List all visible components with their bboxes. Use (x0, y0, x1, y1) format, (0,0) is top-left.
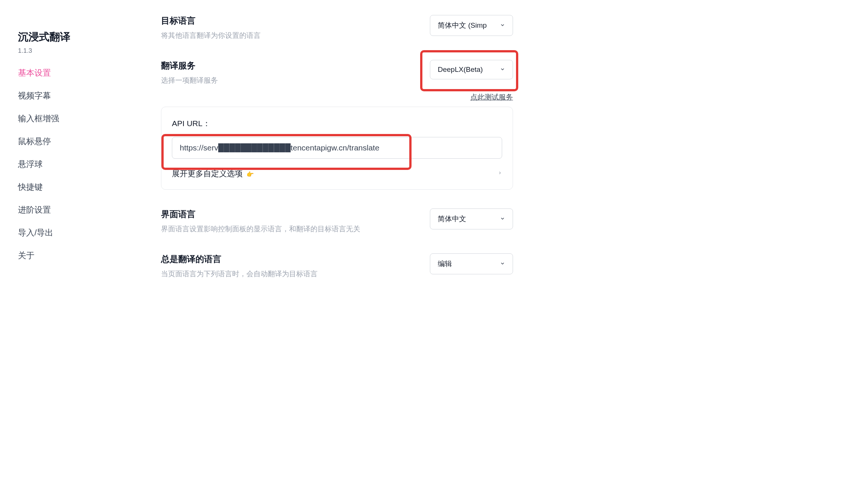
always-translate-select[interactable]: 编辑 (430, 253, 513, 274)
target-language-title: 目标语言 (161, 15, 421, 27)
service-config-card: API URL： 展开更多自定义选项 👉 (161, 107, 513, 190)
section-translation-service: 翻译服务 选择一项翻译服务 DeepLX(Beta) 点此测试服务 API UR… (161, 60, 513, 190)
app-version: 1.1.3 (18, 47, 139, 55)
chevron-right-icon (498, 170, 502, 178)
target-language-desc: 将其他语言翻译为你设置的语言 (161, 30, 421, 41)
always-translate-desc: 当页面语言为下列语言时，会自动翻译为目标语言 (161, 269, 421, 280)
sidebar-item-video-subtitles[interactable]: 视频字幕 (18, 90, 139, 101)
always-translate-title: 总是翻译的语言 (161, 253, 421, 265)
app-root: 沉浸式翻译 1.1.3 基本设置 视频字幕 输入框增强 鼠标悬停 悬浮球 快捷键… (0, 0, 868, 503)
api-url-label: API URL： (172, 118, 502, 129)
ui-language-title: 界面语言 (161, 208, 421, 220)
target-language-value: 简体中文 (Simp (438, 21, 487, 30)
pointing-right-icon: 👉 (246, 171, 254, 177)
sidebar-item-basic-settings[interactable]: 基本设置 (18, 67, 139, 79)
sidebar-item-about[interactable]: 关于 (18, 250, 139, 261)
sidebar-item-advanced[interactable]: 进阶设置 (18, 204, 139, 216)
service-title: 翻译服务 (161, 60, 421, 71)
section-target-language: 目标语言 将其他语言翻译为你设置的语言 简体中文 (Simp (161, 15, 513, 41)
sidebar-item-import-export[interactable]: 导入/导出 (18, 227, 139, 238)
test-service-link[interactable]: 点此测试服务 (470, 93, 513, 101)
sidebar-nav: 基本设置 视频字幕 输入框增强 鼠标悬停 悬浮球 快捷键 进阶设置 导入/导出 … (18, 67, 139, 261)
api-url-input[interactable] (172, 137, 502, 159)
ui-language-value: 简体中文 (438, 214, 466, 224)
target-language-select[interactable]: 简体中文 (Simp (430, 15, 513, 36)
sidebar-item-input-enhance[interactable]: 输入框增强 (18, 113, 139, 124)
service-value: DeepLX(Beta) (438, 65, 483, 74)
sidebar-item-hotkeys[interactable]: 快捷键 (18, 182, 139, 193)
app-title: 沉浸式翻译 (18, 30, 139, 44)
sidebar-item-mouse-hover[interactable]: 鼠标悬停 (18, 136, 139, 147)
sidebar: 沉浸式翻译 1.1.3 基本设置 视频字幕 输入框增强 鼠标悬停 悬浮球 快捷键… (0, 15, 139, 503)
chevron-down-icon (500, 260, 505, 268)
ui-language-desc: 界面语言设置影响控制面板的显示语言，和翻译的目标语言无关 (161, 224, 421, 235)
chevron-down-icon (500, 21, 505, 30)
always-translate-value: 编辑 (438, 259, 452, 269)
chevron-down-icon (500, 215, 505, 223)
expand-more-options[interactable]: 展开更多自定义选项 👉 (172, 168, 502, 179)
service-select[interactable]: DeepLX(Beta) (430, 60, 513, 79)
section-ui-language: 界面语言 界面语言设置影响控制面板的显示语言，和翻译的目标语言无关 简体中文 (161, 208, 513, 235)
chevron-down-icon (500, 65, 505, 74)
section-always-translate: 总是翻译的语言 当页面语言为下列语言时，会自动翻译为目标语言 编辑 (161, 253, 513, 280)
expand-label: 展开更多自定义选项 (172, 169, 243, 178)
service-desc: 选择一项翻译服务 (161, 75, 421, 86)
ui-language-select[interactable]: 简体中文 (430, 208, 513, 229)
sidebar-item-float-ball[interactable]: 悬浮球 (18, 159, 139, 170)
main-content: 目标语言 将其他语言翻译为你设置的语言 简体中文 (Simp 翻译服务 选择一项… (139, 15, 535, 503)
